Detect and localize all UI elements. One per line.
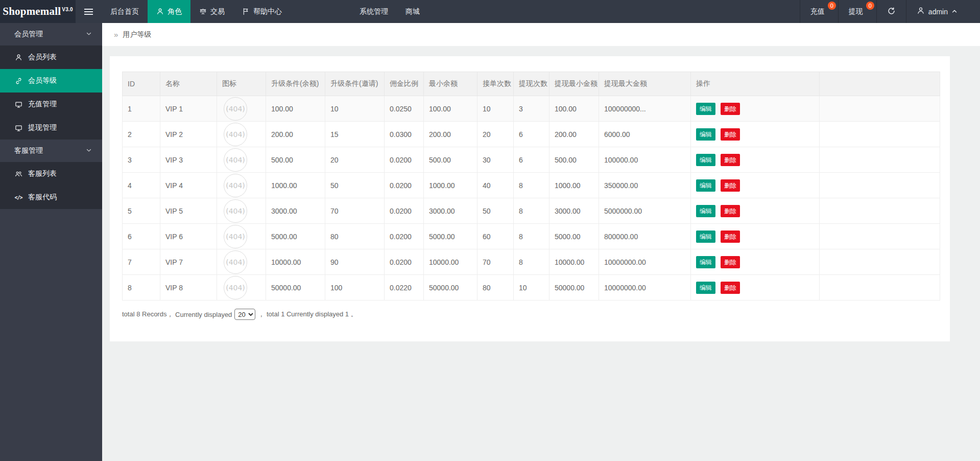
nav-item-2[interactable]: 角色: [148, 0, 190, 23]
cell-filler: [820, 122, 940, 147]
nav-item-label: 商城: [405, 7, 420, 16]
sidebar-group-2[interactable]: 客服管理: [0, 140, 102, 162]
cell-withdraw_max: 10000000.00: [599, 275, 691, 301]
cell-icon: (404): [217, 147, 266, 173]
delete-button[interactable]: 删除: [721, 179, 740, 192]
sidebar-item-会员等级[interactable]: 会员等级: [0, 69, 102, 93]
edit-button[interactable]: 编辑: [696, 282, 715, 294]
table-row: 3VIP 3(404)500.00200.0200500.00306500.00…: [123, 147, 940, 173]
edit-button[interactable]: 编辑: [696, 256, 715, 268]
broken-image-placeholder: (404): [224, 225, 247, 248]
cell-icon: (404): [217, 173, 266, 198]
sidebar-item-充值管理[interactable]: 充值管理: [0, 93, 102, 116]
broken-image-placeholder: (404): [224, 250, 247, 274]
cell-commission: 0.0300: [385, 122, 424, 147]
cell-actions: 编辑删除: [691, 198, 820, 224]
edit-button[interactable]: 编辑: [696, 128, 715, 141]
column-header-2: 名称: [160, 72, 217, 96]
delete-button[interactable]: 删除: [721, 154, 740, 166]
column-header-11: 提现最大金额: [599, 72, 691, 96]
sidebar-item-客服列表[interactable]: 客服列表: [0, 162, 102, 186]
top-navbar: Shopmemall V3.0 后台首页角色交易帮助中心系统管理商城 充值0提现…: [0, 0, 980, 23]
nav-item-1[interactable]: 后台首页: [102, 0, 148, 23]
cell-min_balance: 10000.00: [424, 249, 477, 275]
refresh-icon: [887, 7, 896, 17]
page-size-select[interactable]: 20: [234, 309, 255, 320]
sidebar-group-label: 客服管理: [14, 146, 43, 155]
nav-item-label: 系统管理: [360, 7, 388, 16]
cell-order_count: 50: [477, 198, 514, 224]
cell-withdraw_count: 8: [514, 198, 549, 224]
edit-button[interactable]: 编辑: [696, 154, 715, 166]
cell-filler: [820, 249, 940, 275]
user-icon: [14, 54, 22, 61]
delete-button[interactable]: 删除: [721, 230, 740, 243]
cell-min_balance: 200.00: [424, 122, 477, 147]
sidebar-group-children: 客服列表</>客服代码: [0, 162, 102, 209]
sidebar-item-客服代码[interactable]: </>客服代码: [0, 186, 102, 209]
cell-filler: [820, 275, 940, 301]
link-icon: [14, 77, 22, 85]
chevron-down-icon: [86, 147, 92, 155]
cell-id: 2: [123, 122, 160, 147]
nav-item-6[interactable]: 商城: [397, 0, 428, 23]
sidebar-group-children: 会员列表会员等级充值管理提现管理: [0, 45, 102, 140]
nav-item-label: 帮助中心: [253, 7, 282, 16]
sidebar-item-label: 客服列表: [28, 169, 57, 178]
nav-item-5[interactable]: 系统管理: [351, 0, 397, 23]
cell-id: 8: [123, 275, 160, 301]
edit-button[interactable]: 编辑: [696, 205, 715, 217]
edit-button[interactable]: 编辑: [696, 179, 715, 192]
cell-withdraw_min: 50000.00: [549, 275, 599, 301]
cell-name: VIP 7: [160, 249, 217, 275]
sidebar-toggle-button[interactable]: [76, 0, 102, 23]
cell-upgrade_invite: 80: [325, 224, 385, 249]
nav-item-3[interactable]: 交易: [190, 0, 233, 23]
user-menu[interactable]: admin: [906, 0, 968, 23]
cell-upgrade_balance: 10000.00: [266, 249, 325, 275]
cell-name: VIP 5: [160, 198, 217, 224]
sidebar-item-label: 会员等级: [28, 76, 57, 85]
main-menu: 后台首页角色交易帮助中心系统管理商城: [76, 0, 428, 23]
nav-right-item-1[interactable]: 充值0: [800, 0, 838, 23]
cell-min_balance: 1000.00: [424, 173, 477, 198]
nav-item-4[interactable]: 帮助中心: [233, 0, 291, 23]
cell-filler: [820, 96, 940, 122]
column-header-filler: [820, 72, 940, 96]
delete-button[interactable]: 删除: [721, 282, 740, 294]
nav-item-label: 角色: [168, 7, 182, 16]
cell-withdraw_max: 350000.00: [599, 173, 691, 198]
edit-button[interactable]: 编辑: [696, 103, 715, 115]
nav-right-item-2[interactable]: 提现0: [838, 0, 876, 23]
brand-name: Shopmemall: [3, 5, 61, 18]
table-row: 8VIP 8(404)50000.001000.022050000.008010…: [123, 275, 940, 301]
cell-order_count: 80: [477, 275, 514, 301]
broken-image-placeholder: (404): [224, 276, 247, 299]
cell-withdraw_max: 5000000.00: [599, 198, 691, 224]
cell-filler: [820, 173, 940, 198]
cell-withdraw_min: 1000.00: [549, 173, 599, 198]
edit-button[interactable]: 编辑: [696, 230, 715, 243]
cell-actions: 编辑删除: [691, 249, 820, 275]
cell-upgrade_balance: 1000.00: [266, 173, 325, 198]
refresh-button[interactable]: [876, 0, 906, 23]
sidebar-item-会员列表[interactable]: 会员列表: [0, 45, 102, 69]
delete-button[interactable]: 删除: [721, 205, 740, 217]
breadcrumb: » 用户等级: [102, 23, 980, 46]
cell-withdraw_count: 8: [514, 249, 549, 275]
person-icon: [156, 8, 164, 15]
delete-button[interactable]: 删除: [721, 103, 740, 115]
delete-button[interactable]: 删除: [721, 128, 740, 141]
cell-name: VIP 8: [160, 275, 217, 301]
cell-upgrade_balance: 200.00: [266, 122, 325, 147]
sidebar-item-提现管理[interactable]: 提现管理: [0, 116, 102, 140]
column-header-9: 提现次数: [514, 72, 549, 96]
nav-right-label: 提现: [849, 7, 863, 16]
nav-item-label: 后台首页: [110, 7, 139, 16]
cell-name: VIP 1: [160, 96, 217, 122]
sidebar-group-1[interactable]: 会员管理: [0, 23, 102, 45]
table-row: 1VIP 1(404)100.00100.0250100.00103100.00…: [123, 96, 940, 122]
delete-button[interactable]: 删除: [721, 256, 740, 268]
cell-filler: [820, 198, 940, 224]
count-badge: 0: [828, 2, 836, 10]
